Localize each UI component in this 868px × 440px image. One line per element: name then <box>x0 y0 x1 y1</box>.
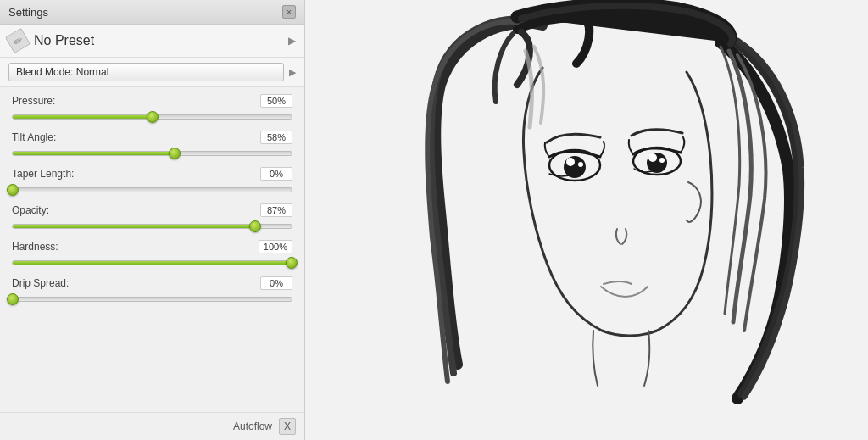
slider-row-hardness: Hardness:100% <box>12 240 292 270</box>
settings-panel: Settings × ✏ No Preset ▶ Blend Mode: Nor… <box>0 0 305 440</box>
slider-label-5: Drip Spread: <box>12 277 69 289</box>
panel-footer: Autoflow X <box>0 412 304 440</box>
slider-row-pressure: Pressure:50% <box>12 94 292 124</box>
slider-track-2 <box>12 187 292 192</box>
slider-label-1: Tilt Angle: <box>12 131 56 143</box>
slider-track-wrap-2[interactable] <box>12 183 292 197</box>
slider-track-4 <box>12 260 292 265</box>
preset-label: No Preset <box>34 33 281 48</box>
slider-thumb-2[interactable] <box>7 184 19 196</box>
slider-row-drip-spread: Drip Spread:0% <box>12 276 292 306</box>
slider-track-1 <box>12 151 292 156</box>
slider-value-3: 87% <box>260 203 292 217</box>
canvas-area[interactable] <box>305 0 868 440</box>
slider-row-tilt-angle: Tilt Angle:58% <box>12 131 292 160</box>
slider-thumb-5[interactable] <box>7 293 19 305</box>
slider-track-wrap-1[interactable] <box>12 147 292 160</box>
slider-label-2: Taper Length: <box>12 168 74 180</box>
slider-thumb-1[interactable] <box>169 148 181 159</box>
slider-track-wrap-0[interactable] <box>12 110 292 124</box>
slider-thumb-3[interactable] <box>249 220 261 232</box>
slider-track-wrap-3[interactable] <box>12 220 292 233</box>
sliders-area: Pressure:50%Tilt Angle:58%Taper Length:0… <box>0 87 304 412</box>
blend-mode-row: Blend Mode: Normal ▶ <box>0 58 304 87</box>
svg-point-3 <box>566 158 575 166</box>
slider-track-0 <box>12 114 292 120</box>
sketch-canvas <box>305 0 868 440</box>
slider-value-1: 58% <box>260 131 292 144</box>
brush-icon: ✏ <box>5 28 31 53</box>
slider-fill-3 <box>13 225 255 228</box>
slider-value-2: 0% <box>260 167 292 181</box>
slider-thumb-0[interactable] <box>147 111 159 123</box>
panel-header: Settings × <box>0 0 304 25</box>
autoflow-x-button[interactable]: X <box>279 418 296 435</box>
slider-value-5: 0% <box>260 276 292 290</box>
autoflow-label: Autoflow <box>233 421 272 432</box>
svg-point-8 <box>659 158 665 163</box>
svg-point-2 <box>564 156 586 178</box>
slider-label-0: Pressure: <box>12 95 55 107</box>
preset-row[interactable]: ✏ No Preset ▶ <box>0 25 304 58</box>
slider-value-0: 50% <box>260 94 292 108</box>
close-button[interactable]: × <box>282 5 296 19</box>
slider-fill-4 <box>13 261 292 265</box>
slider-track-wrap-4[interactable] <box>12 256 292 270</box>
slider-value-4: 100% <box>259 240 292 253</box>
blend-mode-button[interactable]: Blend Mode: Normal <box>8 63 284 81</box>
slider-track-3 <box>12 224 292 229</box>
slider-fill-1 <box>13 152 175 155</box>
preset-arrow-icon: ▶ <box>288 35 296 47</box>
slider-label-4: Hardness: <box>12 241 58 253</box>
slider-track-wrap-5[interactable] <box>12 292 292 306</box>
slider-row-opacity: Opacity:87% <box>12 203 292 233</box>
slider-thumb-4[interactable] <box>286 257 298 269</box>
slider-fill-0 <box>13 115 153 119</box>
slider-label-3: Opacity: <box>12 204 49 216</box>
panel-title: Settings <box>8 6 48 19</box>
slider-row-taper-length: Taper Length:0% <box>12 167 292 197</box>
blend-mode-arrow-icon: ▶ <box>289 67 296 78</box>
svg-point-4 <box>578 162 583 167</box>
svg-point-7 <box>648 153 657 162</box>
slider-track-5 <box>12 297 292 302</box>
